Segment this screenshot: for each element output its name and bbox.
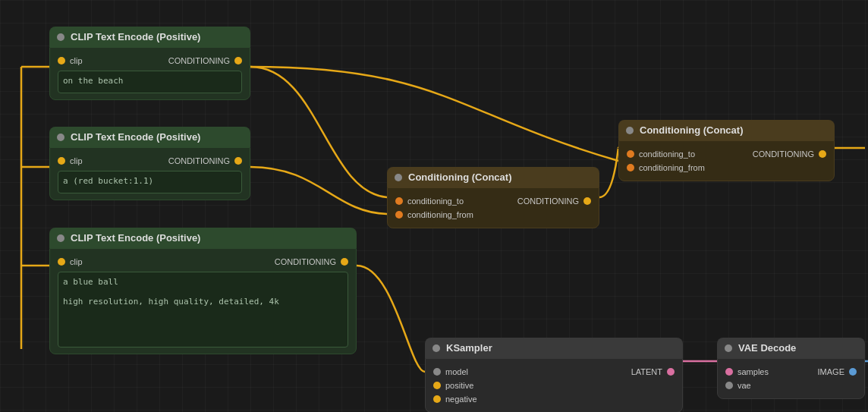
conn-enc1-concat1-to	[250, 67, 387, 197]
node-status-dot-cc1	[395, 174, 402, 181]
node-title-cc2: Conditioning (Concat)	[640, 124, 743, 136]
node-status-dot-cc2	[626, 127, 634, 134]
label-clip-1: clip	[70, 56, 83, 65]
node-body-2: clip CONDITIONING a (red bucket:1.1)	[49, 147, 250, 200]
label-model: model	[445, 367, 468, 376]
label-clip-2: clip	[70, 156, 83, 165]
node-status-dot-1	[57, 33, 64, 41]
text-area-3[interactable]: a blue ball high resolution, high qualit…	[58, 272, 348, 348]
node-body-cc1: conditioning_to CONDITIONING conditionin…	[387, 187, 599, 228]
node-row-cond-from-2: conditioning_from	[627, 161, 826, 175]
clip-text-encode-node-3: CLIP Text Encode (Positive) clip CONDITI…	[49, 228, 357, 354]
node-title-3: CLIP Text Encode (Positive)	[71, 232, 200, 244]
port-model-in[interactable]	[433, 368, 441, 376]
node-body-ks: model LATENT positive negative	[425, 358, 683, 412]
port-clip-in-3[interactable]	[58, 258, 65, 266]
node-status-dot-2	[57, 134, 64, 141]
node-row-positive: positive	[433, 379, 675, 392]
conditioning-concat-node-2: Conditioning (Concat) conditioning_to CO…	[618, 120, 835, 181]
port-vae-in[interactable]	[725, 382, 733, 389]
port-cond-to-in-2[interactable]	[627, 150, 634, 158]
node-status-dot-ks	[432, 344, 440, 352]
node-title-cc1: Conditioning (Concat)	[408, 171, 511, 183]
label-cond-out-cc1: CONDITIONING	[517, 197, 579, 206]
port-clip-in-1[interactable]	[58, 57, 65, 64]
node-status-dot-vae	[725, 344, 732, 352]
ksampler-node: KSampler model LATENT positive negative	[425, 338, 683, 412]
node-row-negative: negative	[433, 392, 675, 406]
node-row-samples: samples IMAGE	[725, 365, 857, 379]
label-cond-to-2: conditioning_to	[639, 149, 695, 159]
label-conditioning-out-3: CONDITIONING	[275, 257, 336, 266]
node-row-cond-to-1: conditioning_to CONDITIONING	[395, 194, 591, 208]
text-area-2[interactable]: a (red bucket:1.1)	[58, 171, 242, 193]
node-header-ks: KSampler	[425, 338, 683, 358]
node-title-vae: VAE Decode	[738, 342, 796, 354]
node-header-1: CLIP Text Encode (Positive)	[49, 27, 250, 47]
node-row-vae: vae	[725, 379, 857, 392]
node-header-vae: VAE Decode	[717, 338, 865, 358]
node-title-1: CLIP Text Encode (Positive)	[71, 31, 200, 42]
port-latent-out[interactable]	[667, 368, 675, 376]
port-conditioning-out-3[interactable]	[341, 258, 348, 266]
node-row-model: model LATENT	[433, 365, 675, 379]
node-row-clip-1: clip CONDITIONING	[58, 54, 242, 68]
port-cond-from-in-1[interactable]	[395, 211, 403, 219]
label-positive: positive	[445, 381, 473, 390]
label-cond-from-1: conditioning_from	[407, 210, 473, 219]
node-row-clip-2: clip CONDITIONING	[58, 154, 242, 168]
text-area-1[interactable]: on the beach	[58, 71, 242, 93]
conditioning-concat-node-1: Conditioning (Concat) conditioning_to CO…	[387, 167, 599, 228]
node-body-cc2: conditioning_to CONDITIONING conditionin…	[618, 140, 835, 181]
port-cond-out-cc1[interactable]	[583, 197, 591, 205]
port-clip-in-2[interactable]	[58, 157, 65, 165]
port-samples-in[interactable]	[725, 368, 733, 376]
vae-decode-node: VAE Decode samples IMAGE vae	[717, 338, 865, 399]
node-header-2: CLIP Text Encode (Positive)	[49, 127, 250, 147]
port-image-out[interactable]	[849, 368, 857, 376]
node-row-clip-3: clip CONDITIONING	[58, 255, 348, 269]
port-negative-in[interactable]	[433, 395, 441, 403]
label-vae: vae	[737, 381, 751, 390]
node-header-3: CLIP Text Encode (Positive)	[49, 228, 357, 248]
label-negative: negative	[445, 395, 477, 404]
node-header-cc1: Conditioning (Concat)	[387, 167, 599, 187]
node-body-3: clip CONDITIONING a blue ball high resol…	[49, 248, 357, 354]
node-title-2: CLIP Text Encode (Positive)	[71, 131, 200, 143]
label-cond-out-cc2: CONDITIONING	[753, 149, 814, 159]
node-body-vae: samples IMAGE vae	[717, 358, 865, 399]
node-header-cc2: Conditioning (Concat)	[618, 120, 835, 140]
label-samples: samples	[737, 367, 769, 376]
label-cond-to-1: conditioning_to	[407, 197, 464, 206]
label-latent-out: LATENT	[631, 367, 662, 376]
clip-text-encode-node-2: CLIP Text Encode (Positive) clip CONDITI…	[49, 127, 250, 200]
port-positive-in[interactable]	[433, 382, 441, 389]
port-conditioning-out-1[interactable]	[234, 57, 242, 64]
label-clip-3: clip	[70, 257, 83, 266]
label-cond-from-2: conditioning_from	[639, 163, 705, 172]
port-cond-from-in-2[interactable]	[627, 164, 634, 171]
conn-enc1-concat2	[250, 67, 618, 161]
node-row-cond-from-1: conditioning_from	[395, 208, 591, 222]
conn-enc3-ksampler	[357, 266, 425, 372]
port-cond-to-in-1[interactable]	[395, 197, 403, 205]
clip-text-encode-node-1: CLIP Text Encode (Positive) clip CONDITI…	[49, 27, 250, 100]
port-cond-out-cc2[interactable]	[819, 150, 826, 158]
port-conditioning-out-2[interactable]	[234, 157, 242, 165]
label-image-out: IMAGE	[818, 367, 844, 376]
node-title-ks: KSampler	[446, 342, 492, 354]
node-body-1: clip CONDITIONING on the beach	[49, 47, 250, 100]
label-conditioning-out-2: CONDITIONING	[168, 156, 230, 165]
node-row-cond-to-2: conditioning_to CONDITIONING	[627, 147, 826, 161]
node-status-dot-3	[57, 234, 64, 242]
conn-enc2-concat1-from	[250, 167, 387, 214]
conn-concat1-concat2	[599, 148, 618, 197]
label-conditioning-out-1: CONDITIONING	[168, 56, 230, 65]
